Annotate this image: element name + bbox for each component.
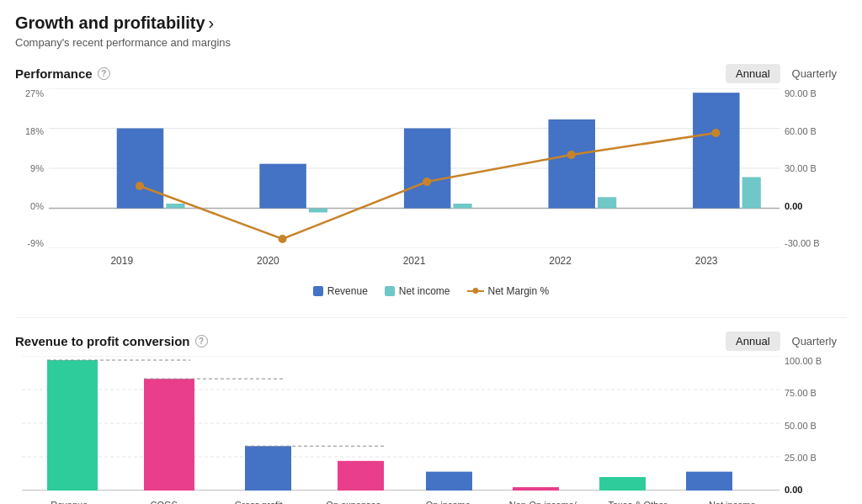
bar-cogs bbox=[144, 379, 194, 491]
page-wrapper: Growth and profitability› Company's rece… bbox=[0, 0, 862, 504]
bar-2019-netincome bbox=[166, 204, 184, 209]
performance-annual-btn[interactable]: Annual bbox=[726, 64, 780, 83]
performance-toggle-group: Annual Quarterly bbox=[726, 64, 847, 83]
performance-chart: 27% 18% 9% 0% -9% 90.00 B 60.00 B 30.00 … bbox=[15, 88, 847, 282]
page-subtitle: Company's recent performance and margins bbox=[15, 36, 847, 49]
bar-2020-revenue bbox=[259, 164, 306, 209]
margin-dot-2021 bbox=[423, 178, 431, 186]
revenue-profit-header: Revenue to profit conversion ? Annual Qu… bbox=[15, 332, 847, 351]
performance-help-icon[interactable]: ? bbox=[98, 67, 110, 80]
profit-y-axis-right: 100.00 B 75.00 B 50.00 B 25.00 B 0.00 bbox=[780, 356, 847, 495]
profit-x-axis: Revenue COGS Gross profit Op expenses Op… bbox=[22, 495, 780, 504]
performance-chart-svg bbox=[49, 88, 780, 248]
bar-2022-netincome bbox=[598, 197, 616, 208]
bar-net-income bbox=[686, 472, 732, 491]
perf-x-axis: 2019 2020 2021 2022 2023 bbox=[49, 248, 780, 282]
bar-2022-revenue bbox=[548, 119, 595, 209]
perf-y-axis-left: 27% 18% 9% 0% -9% bbox=[15, 88, 49, 248]
revenue-profit-annual-btn[interactable]: Annual bbox=[726, 332, 780, 351]
bar-taxes bbox=[599, 477, 646, 491]
revenue-profit-section: Revenue to profit conversion ? Annual Qu… bbox=[15, 332, 847, 504]
margin-dot-2019 bbox=[136, 182, 144, 190]
perf-y-axis-right: 90.00 B 60.00 B 30.00 B 0.00 -30.00 B bbox=[780, 88, 847, 248]
performance-section: Performance ? Annual Quarterly 27% 18% 9… bbox=[15, 64, 847, 297]
section-divider bbox=[15, 317, 847, 318]
revenue-profit-title: Revenue to profit conversion ? bbox=[15, 334, 208, 348]
legend-netincome: Net income bbox=[385, 285, 450, 297]
bar-2023-netincome bbox=[742, 178, 761, 209]
revenue-profit-quarterly-btn[interactable]: Quarterly bbox=[782, 332, 847, 351]
bar-op-income bbox=[426, 472, 472, 491]
bar-2021-revenue bbox=[404, 129, 451, 209]
page-title: Growth and profitability› bbox=[15, 13, 847, 33]
revenue-profit-toggle-group: Annual Quarterly bbox=[726, 332, 847, 351]
revenue-profit-chart-svg bbox=[22, 356, 780, 491]
bar-nonop bbox=[513, 487, 559, 491]
bar-revenue bbox=[47, 360, 98, 491]
bar-op-expenses bbox=[338, 461, 384, 491]
revenue-profit-help-icon[interactable]: ? bbox=[195, 335, 208, 347]
bar-2019-revenue bbox=[117, 129, 164, 209]
margin-dot-2022 bbox=[567, 151, 576, 159]
performance-header: Performance ? Annual Quarterly bbox=[15, 64, 847, 83]
performance-title: Performance ? bbox=[15, 66, 110, 81]
legend-revenue: Revenue bbox=[313, 285, 368, 297]
legend-netmargin: Net Margin % bbox=[467, 285, 550, 297]
margin-dot-2020 bbox=[279, 235, 287, 243]
performance-legend: Revenue Net income Net Margin % bbox=[15, 285, 847, 297]
performance-quarterly-btn[interactable]: Quarterly bbox=[782, 64, 847, 83]
bar-2020-netincome bbox=[309, 209, 327, 213]
bar-2023-revenue bbox=[693, 93, 740, 208]
bar-2021-netincome bbox=[453, 204, 471, 209]
bar-gross-profit bbox=[245, 446, 291, 491]
margin-dot-2023 bbox=[711, 129, 720, 137]
page-header: Growth and profitability› Company's rece… bbox=[15, 13, 847, 49]
revenue-profit-chart: 100.00 B 75.00 B 50.00 B 25.00 B 0.00 bbox=[15, 356, 847, 504]
